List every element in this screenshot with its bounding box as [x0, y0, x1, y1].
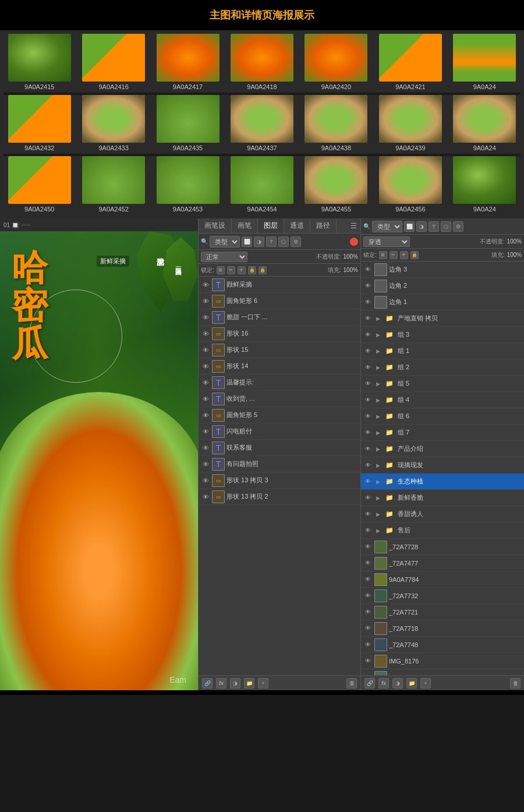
layer-item[interactable]: 👁 T 脆甜 一口下 ... [199, 309, 360, 326]
fx-btn[interactable]: fx [216, 678, 226, 689]
lock-brush-icon[interactable]: ✏ [227, 266, 235, 274]
right-layer-item[interactable]: 👁 边角 2 [361, 278, 524, 294]
eye-visibility-icon[interactable]: 👁 [201, 280, 210, 290]
list-item[interactable]: 9A0A2415 [3, 34, 75, 90]
right-filter-type-dropdown[interactable]: 类型 [372, 221, 402, 232]
lock-all-icon[interactable]: 🔒 [259, 266, 267, 274]
lock-artboard-icon[interactable]: 🔒 [248, 266, 256, 274]
right-layer-item[interactable]: 👁 ▶ 📁 产品介绍 [361, 441, 524, 457]
right-layer-item[interactable]: 👁 ▶ 📁 香甜诱人 [361, 506, 524, 522]
group-arrow-icon[interactable]: ▶ [374, 364, 381, 371]
filter-adjust-icon[interactable]: ◑ [254, 236, 264, 247]
list-item[interactable]: 9A0A2450 [3, 156, 75, 213]
tab-paths[interactable]: 路径 [310, 218, 337, 233]
group-arrow-icon[interactable]: ▶ [374, 380, 381, 387]
right-add-group-btn[interactable]: 📁 [406, 678, 417, 689]
layer-item[interactable]: 👁 T 联系客服 [199, 440, 360, 456]
group-arrow-icon[interactable]: ▶ [374, 397, 381, 404]
delete-layer-btn[interactable]: 🗑 [346, 678, 357, 689]
layer-item[interactable]: 👁 T 有问题拍照 [199, 456, 360, 472]
layer-item[interactable]: 👁 T 颧鲜采摘 [199, 277, 360, 293]
eye-icon[interactable]: 👁 [363, 493, 373, 503]
layer-item[interactable]: 👁 ▭ 形状 13 拷贝 3 [199, 472, 360, 489]
right-layer-item[interactable]: 👁 _72A7477 [361, 555, 524, 571]
layer-item[interactable]: 👁 ▭ 形状 15 [199, 342, 360, 358]
list-item[interactable]: 9A0A2455 [300, 156, 372, 213]
list-item[interactable]: 9A0A24 [449, 156, 521, 213]
right-lock-all[interactable]: 🔒 [410, 251, 419, 259]
group-arrow-icon[interactable]: ▶ [374, 331, 381, 338]
eye-visibility-icon[interactable]: 👁 [201, 329, 210, 338]
eye-visibility-icon[interactable]: 👁 [201, 427, 210, 436]
right-add-adjustment-btn[interactable]: ◑ [392, 678, 403, 689]
right-layer-item[interactable]: 👁 IMG_8176 [361, 653, 524, 669]
lock-move-icon[interactable]: ✛ [238, 266, 246, 274]
eye-icon[interactable]: 👁 [363, 281, 373, 291]
list-item[interactable]: 9A0A2416 [77, 34, 149, 90]
right-layer-item[interactable]: 👁 ▶ 📁 组 7 [361, 425, 524, 441]
right-layer-item[interactable]: 👁 ▶ 📁 组 2 [361, 359, 524, 376]
eye-icon[interactable]: 👁 [363, 347, 373, 356]
right-layer-item[interactable]: 👁 ▶ 📁 组 5 [361, 376, 524, 392]
list-item[interactable]: 9A0A2435 [152, 95, 224, 151]
lock-checkerboard-icon[interactable]: ⊞ [217, 266, 225, 274]
right-layer-item[interactable]: 👁 边角 1 [361, 294, 524, 310]
list-item[interactable]: 9A0A2421 [374, 34, 446, 90]
right-add-layer-btn[interactable]: + [420, 678, 431, 689]
right-filter-shape-icon[interactable]: ⬡ [441, 221, 451, 232]
layer-item[interactable]: 👁 T 温馨提示: [199, 375, 360, 391]
filter-type-dropdown[interactable]: 类型 [210, 236, 240, 248]
eye-visibility-icon[interactable]: 👁 [201, 313, 210, 322]
right-filter-pixel-icon[interactable]: ⬜ [404, 221, 415, 232]
list-item[interactable]: 9A0A2439 [374, 95, 446, 151]
eye-icon[interactable]: 👁 [363, 298, 373, 307]
right-layer-item[interactable]: 👁 ▶ 📁 产地直销 拷贝 [361, 310, 524, 327]
list-item[interactable]: 9A0A2417 [152, 34, 224, 90]
eye-icon[interactable]: 👁 [363, 428, 373, 437]
right-link-layers-btn[interactable]: 🔗 [364, 678, 375, 689]
eye-icon[interactable]: 👁 [363, 477, 373, 486]
right-layer-item[interactable]: 👁 _72A7488 [361, 669, 524, 675]
eye-visibility-icon[interactable]: 👁 [201, 362, 210, 371]
eye-icon[interactable]: 👁 [363, 542, 373, 552]
eye-visibility-icon[interactable]: 👁 [201, 411, 210, 420]
right-layer-item[interactable]: 👁 ▶ 📁 现摘现发 [361, 457, 524, 474]
layer-item[interactable]: 👁 T 收到货, ... [199, 391, 360, 407]
tab-layers[interactable]: 图层 [258, 218, 284, 233]
right-lock-checkerboard[interactable]: ⊞ [379, 251, 387, 259]
right-blend-dropdown[interactable]: 穿透 [363, 236, 410, 247]
right-layer-item[interactable]: 👁 ▶ 📁 组 3 [361, 327, 524, 343]
filter-shape-icon[interactable]: ⬡ [278, 236, 289, 247]
list-item[interactable]: 9A0A2454 [226, 156, 298, 213]
eye-visibility-icon[interactable]: 👁 [201, 378, 210, 387]
list-item[interactable]: 9A0A2433 [77, 95, 149, 151]
list-item[interactable]: 9A0A2456 [374, 156, 446, 213]
list-item[interactable]: 9A0A24 [449, 95, 521, 151]
eye-icon[interactable]: 👁 [363, 624, 373, 633]
group-arrow-icon[interactable]: ▶ [374, 511, 381, 518]
link-layers-btn[interactable]: 🔗 [202, 678, 213, 689]
eye-icon[interactable]: 👁 [363, 265, 373, 274]
eye-visibility-icon[interactable]: 👁 [201, 296, 210, 306]
right-layer-item[interactable]: 👁 _72A7728 [361, 539, 524, 555]
add-adjustment-btn[interactable]: ◑ [230, 678, 240, 689]
panel-menu-btn[interactable]: ☰ [350, 218, 360, 233]
right-filter-text-icon[interactable]: T [429, 221, 439, 232]
group-arrow-icon[interactable]: ▶ [374, 429, 381, 436]
group-arrow-icon[interactable]: ▶ [374, 462, 381, 469]
list-item[interactable]: 9A0A2453 [152, 156, 224, 213]
tab-channels[interactable]: 通道 [284, 218, 310, 233]
right-layer-item[interactable]: 👁 _72A7748 [361, 637, 524, 653]
eye-visibility-icon[interactable]: 👁 [201, 394, 210, 404]
right-lock-move[interactable]: ✛ [400, 251, 408, 259]
eye-icon[interactable]: 👁 [363, 330, 373, 340]
eye-icon[interactable]: 👁 [363, 591, 373, 601]
right-fx-btn[interactable]: fx [378, 678, 389, 689]
eye-icon[interactable]: 👁 [363, 444, 373, 454]
layer-item[interactable]: 👁 ▭ 圆角矩形 6 [199, 293, 360, 309]
right-layer-item[interactable]: 👁 ▶ 📁 组 1 [361, 343, 524, 359]
right-delete-layer-btn[interactable]: 🗑 [510, 678, 521, 689]
right-layer-item[interactable]: 👁 ▶ 📁 组 4 [361, 392, 524, 408]
eye-icon[interactable]: 👁 [363, 656, 373, 666]
eye-icon[interactable]: 👁 [363, 640, 373, 649]
